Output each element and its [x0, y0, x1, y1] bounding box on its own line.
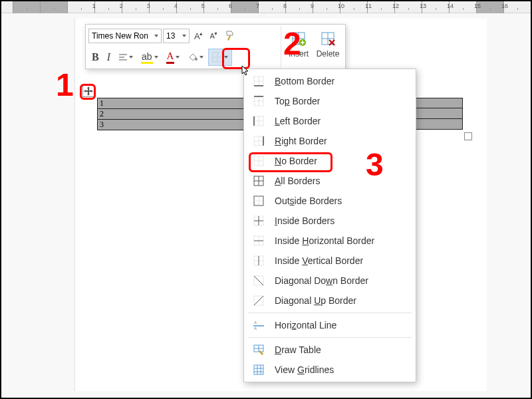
menu-item-border-outside[interactable]: Outside Borders	[244, 191, 416, 211]
menu-item-diag-down[interactable]: Diagonal Down Border	[244, 271, 416, 291]
draw-table-icon	[252, 343, 265, 356]
menu-item-label: Draw Table	[275, 344, 321, 355]
menu-item-draw-table[interactable]: Draw Table	[244, 340, 416, 360]
menu-item-border-bottom[interactable]: Bottom Border	[244, 71, 416, 91]
table-delete-icon	[320, 31, 336, 47]
bold-button[interactable]: B	[88, 49, 102, 66]
svg-point-3	[195, 58, 198, 61]
menu-item-label: Right Border	[275, 136, 327, 146]
menu-item-label: Horizontal Line	[275, 320, 336, 331]
mini-toolbar: Times New Ron 13 A▲ A▼ B I	[85, 24, 346, 69]
menu-item-border-ih[interactable]: Inside Horizontal Border	[244, 231, 416, 251]
svg-line-49	[254, 276, 263, 285]
diag-down-icon	[252, 274, 265, 287]
delete-button[interactable]: Delete	[313, 26, 342, 63]
hline-icon: AA	[252, 319, 265, 332]
menu-item-border-inside[interactable]: Inside Borders	[244, 211, 416, 231]
chevron-down-icon	[182, 35, 186, 37]
menu-item-label: Inside Horizontal Border	[275, 235, 374, 246]
grow-font-button[interactable]: A▲	[191, 27, 205, 45]
menu-item-border-left[interactable]: Left Border	[244, 111, 416, 131]
menu-item-label: All Borders	[275, 176, 320, 186]
border-inside-icon	[252, 214, 265, 227]
horizontal-ruler: 12345678910111213141516	[1, 1, 531, 13]
chevron-down-icon	[154, 35, 158, 37]
chevron-down-icon	[176, 56, 180, 59]
menu-item-label: Diagonal Down Border	[275, 275, 368, 286]
chevron-down-icon	[200, 56, 203, 59]
menu-item-label: Bottom Border	[275, 76, 334, 86]
italic-button[interactable]: I	[104, 49, 114, 66]
border-left-icon	[252, 114, 265, 128]
format-painter-button[interactable]	[221, 27, 240, 45]
menu-item-gridlines[interactable]: View Gridlines	[244, 360, 416, 380]
chevron-down-icon	[129, 56, 133, 59]
border-ih-icon	[252, 234, 265, 247]
svg-rect-58	[254, 365, 263, 374]
highlight-button[interactable]: ab	[138, 49, 162, 66]
menu-item-border-iv[interactable]: Inside Vertical Border	[244, 251, 416, 271]
menu-item-diag-up[interactable]: Diagonal Up Border	[244, 291, 416, 311]
menu-item-label: Diagonal Up Border	[275, 295, 356, 306]
annotation-2: 2	[283, 25, 301, 62]
border-all-icon	[252, 174, 265, 188]
annotation-1: 1	[56, 66, 74, 103]
table-resize-handle[interactable]	[464, 132, 472, 140]
svg-line-51	[254, 296, 263, 305]
annotation-box-1	[80, 84, 96, 100]
menu-item-label: Outside Borders	[275, 196, 342, 206]
menu-item-label: Top Border	[275, 96, 321, 106]
annotation-box-3	[249, 152, 332, 172]
border-iv-icon	[252, 254, 265, 267]
border-outside-icon	[252, 194, 265, 207]
menu-item-border-right[interactable]: Right Border	[244, 131, 416, 151]
menu-item-hline[interactable]: AAHorizontal Line	[244, 315, 416, 335]
chevron-down-icon	[154, 56, 158, 59]
annotation-3: 3	[366, 146, 384, 183]
svg-text:A: A	[254, 321, 257, 325]
menu-item-label: Inside Borders	[275, 215, 334, 226]
diag-up-icon	[252, 294, 265, 307]
menu-item-label: View Gridlines	[275, 364, 334, 375]
border-bottom-icon	[252, 74, 265, 88]
font-color-button[interactable]: A	[163, 49, 184, 66]
annotation-box-2	[222, 48, 250, 69]
shrink-font-button[interactable]: A▼	[207, 27, 220, 45]
font-name-value: Times New Ron	[92, 31, 148, 41]
menu-separator	[248, 313, 412, 313]
menu-item-label: Left Border	[275, 116, 321, 126]
menu-separator	[248, 337, 412, 338]
gridlines-icon	[252, 363, 265, 376]
menu-item-border-all[interactable]: All Borders	[244, 171, 416, 191]
menu-item-label: Inside Vertical Border	[275, 255, 363, 266]
menu-item-border-top[interactable]: Top Border	[244, 91, 416, 111]
font-size-value: 13	[166, 31, 175, 41]
borders-dropdown-menu: Bottom BorderTop BorderLeft BorderRight …	[243, 68, 416, 382]
delete-label: Delete	[317, 49, 340, 59]
border-right-icon	[252, 134, 265, 148]
border-top-icon	[252, 94, 265, 108]
shading-button[interactable]	[184, 49, 207, 66]
align-button[interactable]	[115, 49, 136, 66]
svg-text:A: A	[254, 327, 257, 331]
font-size-combo[interactable]: 13	[163, 29, 190, 43]
font-name-combo[interactable]: Times New Ron	[88, 29, 162, 43]
